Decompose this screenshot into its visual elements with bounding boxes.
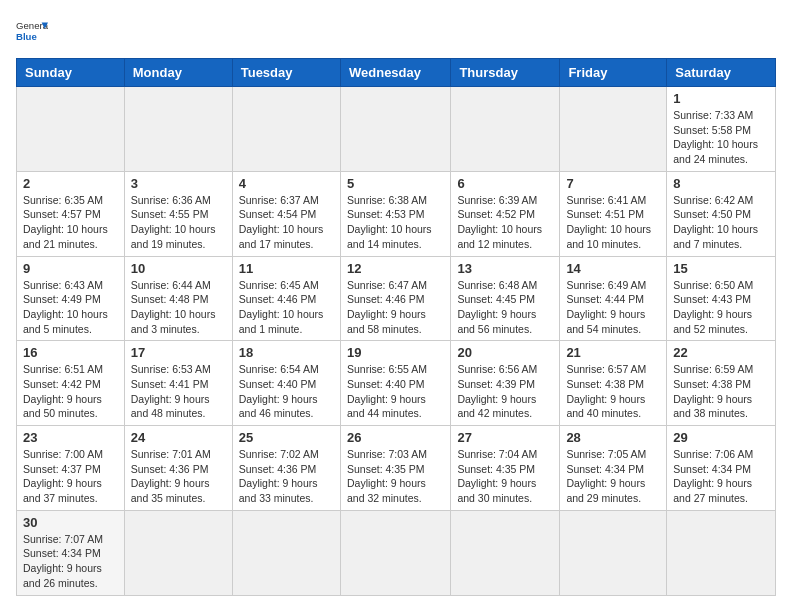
calendar-week-4: 23Sunrise: 7:00 AM Sunset: 4:37 PM Dayli… — [17, 426, 776, 511]
calendar-cell: 18Sunrise: 6:54 AM Sunset: 4:40 PM Dayli… — [232, 341, 340, 426]
day-info: Sunrise: 6:56 AM Sunset: 4:39 PM Dayligh… — [457, 362, 553, 421]
calendar-cell: 8Sunrise: 6:42 AM Sunset: 4:50 PM Daylig… — [667, 171, 776, 256]
day-info: Sunrise: 7:02 AM Sunset: 4:36 PM Dayligh… — [239, 447, 334, 506]
calendar-cell: 3Sunrise: 6:36 AM Sunset: 4:55 PM Daylig… — [124, 171, 232, 256]
day-number: 4 — [239, 176, 334, 191]
calendar-cell — [667, 510, 776, 595]
day-info: Sunrise: 7:04 AM Sunset: 4:35 PM Dayligh… — [457, 447, 553, 506]
day-info: Sunrise: 6:43 AM Sunset: 4:49 PM Dayligh… — [23, 278, 118, 337]
day-number: 8 — [673, 176, 769, 191]
day-number: 16 — [23, 345, 118, 360]
day-info: Sunrise: 6:50 AM Sunset: 4:43 PM Dayligh… — [673, 278, 769, 337]
calendar-cell — [560, 87, 667, 172]
day-number: 6 — [457, 176, 553, 191]
calendar-cell: 19Sunrise: 6:55 AM Sunset: 4:40 PM Dayli… — [340, 341, 450, 426]
day-number: 20 — [457, 345, 553, 360]
day-number: 1 — [673, 91, 769, 106]
day-number: 21 — [566, 345, 660, 360]
calendar-cell — [560, 510, 667, 595]
calendar-cell: 14Sunrise: 6:49 AM Sunset: 4:44 PM Dayli… — [560, 256, 667, 341]
col-header-sunday: Sunday — [17, 59, 125, 87]
calendar-cell: 13Sunrise: 6:48 AM Sunset: 4:45 PM Dayli… — [451, 256, 560, 341]
day-number: 2 — [23, 176, 118, 191]
calendar-cell: 11Sunrise: 6:45 AM Sunset: 4:46 PM Dayli… — [232, 256, 340, 341]
calendar-header-row: SundayMondayTuesdayWednesdayThursdayFrid… — [17, 59, 776, 87]
day-number: 9 — [23, 261, 118, 276]
day-number: 3 — [131, 176, 226, 191]
day-number: 13 — [457, 261, 553, 276]
day-info: Sunrise: 6:45 AM Sunset: 4:46 PM Dayligh… — [239, 278, 334, 337]
col-header-wednesday: Wednesday — [340, 59, 450, 87]
calendar-cell: 28Sunrise: 7:05 AM Sunset: 4:34 PM Dayli… — [560, 426, 667, 511]
calendar-week-0: 1Sunrise: 7:33 AM Sunset: 5:58 PM Daylig… — [17, 87, 776, 172]
calendar-cell: 5Sunrise: 6:38 AM Sunset: 4:53 PM Daylig… — [340, 171, 450, 256]
day-number: 7 — [566, 176, 660, 191]
calendar-week-1: 2Sunrise: 6:35 AM Sunset: 4:57 PM Daylig… — [17, 171, 776, 256]
day-info: Sunrise: 7:03 AM Sunset: 4:35 PM Dayligh… — [347, 447, 444, 506]
col-header-thursday: Thursday — [451, 59, 560, 87]
calendar-cell: 23Sunrise: 7:00 AM Sunset: 4:37 PM Dayli… — [17, 426, 125, 511]
day-number: 30 — [23, 515, 118, 530]
day-number: 25 — [239, 430, 334, 445]
svg-text:Blue: Blue — [16, 31, 37, 42]
calendar-cell: 20Sunrise: 6:56 AM Sunset: 4:39 PM Dayli… — [451, 341, 560, 426]
calendar-cell: 1Sunrise: 7:33 AM Sunset: 5:58 PM Daylig… — [667, 87, 776, 172]
calendar-cell: 21Sunrise: 6:57 AM Sunset: 4:38 PM Dayli… — [560, 341, 667, 426]
day-number: 12 — [347, 261, 444, 276]
calendar-cell — [451, 510, 560, 595]
calendar-table: SundayMondayTuesdayWednesdayThursdayFrid… — [16, 58, 776, 596]
page-header: General Blue — [16, 16, 776, 48]
day-number: 10 — [131, 261, 226, 276]
calendar-cell: 27Sunrise: 7:04 AM Sunset: 4:35 PM Dayli… — [451, 426, 560, 511]
day-info: Sunrise: 7:00 AM Sunset: 4:37 PM Dayligh… — [23, 447, 118, 506]
generalblue-logo-icon: General Blue — [16, 16, 48, 48]
day-number: 15 — [673, 261, 769, 276]
day-info: Sunrise: 6:49 AM Sunset: 4:44 PM Dayligh… — [566, 278, 660, 337]
day-info: Sunrise: 6:53 AM Sunset: 4:41 PM Dayligh… — [131, 362, 226, 421]
day-info: Sunrise: 6:51 AM Sunset: 4:42 PM Dayligh… — [23, 362, 118, 421]
calendar-cell: 7Sunrise: 6:41 AM Sunset: 4:51 PM Daylig… — [560, 171, 667, 256]
day-number: 22 — [673, 345, 769, 360]
day-info: Sunrise: 6:48 AM Sunset: 4:45 PM Dayligh… — [457, 278, 553, 337]
calendar-cell: 30Sunrise: 7:07 AM Sunset: 4:34 PM Dayli… — [17, 510, 125, 595]
calendar-cell: 17Sunrise: 6:53 AM Sunset: 4:41 PM Dayli… — [124, 341, 232, 426]
calendar-week-3: 16Sunrise: 6:51 AM Sunset: 4:42 PM Dayli… — [17, 341, 776, 426]
col-header-friday: Friday — [560, 59, 667, 87]
calendar-cell — [124, 510, 232, 595]
calendar-cell: 24Sunrise: 7:01 AM Sunset: 4:36 PM Dayli… — [124, 426, 232, 511]
day-info: Sunrise: 6:38 AM Sunset: 4:53 PM Dayligh… — [347, 193, 444, 252]
day-info: Sunrise: 6:47 AM Sunset: 4:46 PM Dayligh… — [347, 278, 444, 337]
day-info: Sunrise: 7:01 AM Sunset: 4:36 PM Dayligh… — [131, 447, 226, 506]
day-number: 27 — [457, 430, 553, 445]
day-number: 14 — [566, 261, 660, 276]
calendar-cell: 6Sunrise: 6:39 AM Sunset: 4:52 PM Daylig… — [451, 171, 560, 256]
calendar-week-2: 9Sunrise: 6:43 AM Sunset: 4:49 PM Daylig… — [17, 256, 776, 341]
day-info: Sunrise: 6:59 AM Sunset: 4:38 PM Dayligh… — [673, 362, 769, 421]
day-info: Sunrise: 7:05 AM Sunset: 4:34 PM Dayligh… — [566, 447, 660, 506]
calendar-cell: 9Sunrise: 6:43 AM Sunset: 4:49 PM Daylig… — [17, 256, 125, 341]
day-number: 23 — [23, 430, 118, 445]
day-info: Sunrise: 7:07 AM Sunset: 4:34 PM Dayligh… — [23, 532, 118, 591]
day-number: 19 — [347, 345, 444, 360]
calendar-cell: 15Sunrise: 6:50 AM Sunset: 4:43 PM Dayli… — [667, 256, 776, 341]
day-info: Sunrise: 7:06 AM Sunset: 4:34 PM Dayligh… — [673, 447, 769, 506]
day-info: Sunrise: 6:36 AM Sunset: 4:55 PM Dayligh… — [131, 193, 226, 252]
calendar-cell — [340, 87, 450, 172]
calendar-cell — [451, 87, 560, 172]
calendar-cell — [124, 87, 232, 172]
day-info: Sunrise: 6:57 AM Sunset: 4:38 PM Dayligh… — [566, 362, 660, 421]
day-number: 5 — [347, 176, 444, 191]
day-number: 26 — [347, 430, 444, 445]
day-number: 17 — [131, 345, 226, 360]
calendar-cell: 2Sunrise: 6:35 AM Sunset: 4:57 PM Daylig… — [17, 171, 125, 256]
day-info: Sunrise: 6:42 AM Sunset: 4:50 PM Dayligh… — [673, 193, 769, 252]
calendar-cell — [232, 510, 340, 595]
day-number: 11 — [239, 261, 334, 276]
logo: General Blue — [16, 16, 48, 48]
day-info: Sunrise: 6:41 AM Sunset: 4:51 PM Dayligh… — [566, 193, 660, 252]
day-info: Sunrise: 6:44 AM Sunset: 4:48 PM Dayligh… — [131, 278, 226, 337]
day-number: 18 — [239, 345, 334, 360]
day-number: 28 — [566, 430, 660, 445]
col-header-saturday: Saturday — [667, 59, 776, 87]
day-number: 24 — [131, 430, 226, 445]
